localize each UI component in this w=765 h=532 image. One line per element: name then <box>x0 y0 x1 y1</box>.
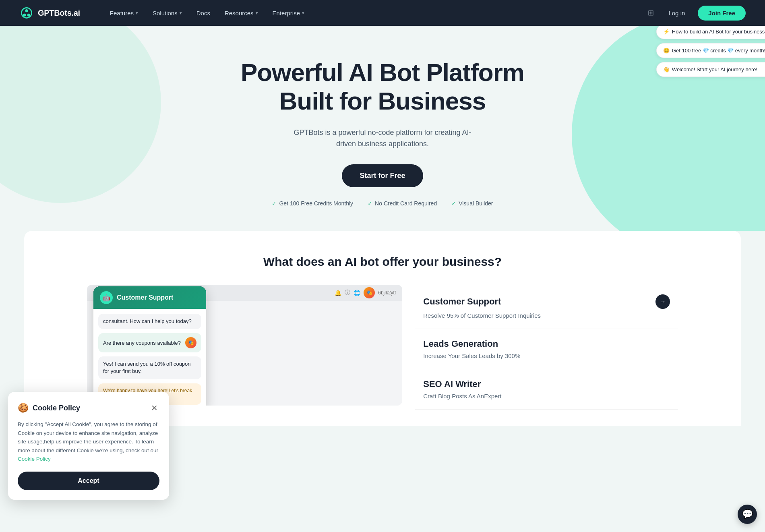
check-icon: ✓ <box>451 200 456 207</box>
cookie-close-button[interactable]: ✕ <box>149 402 159 414</box>
login-button[interactable]: Log in <box>662 6 691 20</box>
globe-icon: 🌐 <box>354 290 360 296</box>
check-icon: ✓ <box>272 200 277 207</box>
feature-card-title: Customer Support <box>423 296 501 307</box>
feature-card-arrow: → <box>655 294 670 309</box>
feature-card-seo[interactable]: SEO AI Writer Craft Blog Posts As AnExpe… <box>415 369 678 410</box>
chat-msg-1: consultant. How can I help you today? <box>98 314 201 329</box>
feature-card-customer-support[interactable]: Customer Support → Resolve 95% of Custom… <box>415 285 678 329</box>
cookie-emoji: 🍪 <box>18 403 29 413</box>
nav-features[interactable]: Features ▾ <box>104 6 144 20</box>
translate-icon[interactable]: ⊞ <box>646 7 655 19</box>
hero-feature-visual-builder: ✓ Visual Builder <box>451 200 493 207</box>
cookie-title-row: 🍪 Cookie Policy <box>18 403 80 413</box>
chat-msg-3: Yes! I can send you a 10% off coupon for… <box>98 356 201 379</box>
chevron-down-icon: ▾ <box>136 10 138 16</box>
feature-card-title: Leads Generation <box>423 339 498 349</box>
chevron-down-icon: ▾ <box>180 10 182 16</box>
chat-window: 🤖 Customer Support consultant. How can I… <box>93 286 206 406</box>
user-label: 6bjlk2ytf <box>378 290 396 296</box>
nav-solutions[interactable]: Solutions ▾ <box>147 6 188 20</box>
hero-feature-no-card: ✓ No Credit Card Required <box>368 200 437 207</box>
chat-body: consultant. How can I help you today? Ar… <box>93 309 206 406</box>
chat-header-icon: 🤖 <box>100 291 113 304</box>
feature-card-desc: Increase Your Sales Leads by 300% <box>423 352 670 359</box>
join-free-button[interactable]: Join Free <box>698 6 746 21</box>
hero-content: Powerful AI Bot Platform Built for Busin… <box>19 58 746 207</box>
svg-point-4 <box>27 14 30 17</box>
chat-mockup-bg: 🔔 ⓘ 🌐 🎭 6bjlk2ytf 🤖 Customer Support con… <box>87 285 402 406</box>
nav-links: Features ▾ Solutions ▾ Docs Resources ▾ … <box>104 6 647 20</box>
cookie-header: 🍪 Cookie Policy ✕ <box>18 402 159 414</box>
cookie-text: By clicking "Accept All Cookie", you agr… <box>18 420 159 426</box>
nav-resources[interactable]: Resources ▾ <box>219 6 264 20</box>
check-icon: ✓ <box>368 200 372 207</box>
navbar: GPTBots.ai Features ▾ Solutions ▾ Docs R… <box>0 0 765 26</box>
user-avatar-chat: 🎭 <box>185 337 196 348</box>
chat-topbar-icons: 🔔 ⓘ 🌐 🎭 6bjlk2ytf <box>335 287 396 298</box>
nav-right: ⊞ Log in Join Free <box>646 6 746 21</box>
cookie-banner: 🍪 Cookie Policy ✕ By clicking "Accept Al… <box>8 392 169 426</box>
start-for-free-button[interactable]: Start for Free <box>342 164 423 187</box>
lightning-icon: ⚡ <box>663 29 670 35</box>
chat-header-title: Customer Support <box>117 294 173 301</box>
nav-enterprise[interactable]: Enterprise ▾ <box>267 6 310 20</box>
suggestion-pill-1: ⚡ How to build an AI Bot for your busine… <box>656 24 765 39</box>
hero-feature-credits: ✓ Get 100 Free Credits Monthly <box>272 200 353 207</box>
logo[interactable]: GPTBots.ai <box>19 6 80 20</box>
hero-title: Powerful AI Bot Platform Built for Busin… <box>232 58 533 116</box>
user-avatar: 🎭 <box>364 287 375 298</box>
svg-point-3 <box>23 14 26 17</box>
feature-card-desc: Resolve 95% of Customer Support Inquirie… <box>423 312 670 319</box>
hero-subtitle: GPTBots is a powerful no-code platform f… <box>290 127 475 150</box>
cookie-title: Cookie Policy <box>33 404 80 412</box>
hero-section: Powerful AI Bot Platform Built for Busin… <box>0 26 765 231</box>
logo-icon <box>19 6 34 20</box>
nav-docs[interactable]: Docs <box>191 6 216 20</box>
svg-point-2 <box>25 9 28 12</box>
feature-card-header: Customer Support → <box>423 294 670 309</box>
chat-msg-2: Are there any coupons available? 🎭 <box>98 333 201 352</box>
chat-header: 🤖 Customer Support <box>93 286 206 309</box>
feature-card-header: SEO AI Writer <box>423 379 670 389</box>
right-cards: Customer Support → Resolve 95% of Custom… <box>415 285 678 410</box>
chevron-down-icon: ▾ <box>302 10 304 16</box>
what-title: What does an AI bot offer your business? <box>43 255 722 269</box>
feature-card-title: SEO AI Writer <box>423 379 481 389</box>
suggestion-pill-2: 😊 Get 100 free 💎 credits 💎 every month! <box>656 43 765 58</box>
chat-mockup-wrapper: 🔔 ⓘ 🌐 🎭 6bjlk2ytf 🤖 Customer Support con… <box>87 285 402 410</box>
hero-features: ✓ Get 100 Free Credits Monthly ✓ No Cred… <box>19 200 746 207</box>
info-icon: ⓘ <box>345 289 350 296</box>
smile-icon: 😊 <box>663 48 670 54</box>
feature-card-desc: Craft Blog Posts As AnExpert <box>423 393 670 400</box>
logo-text: GPTBots.ai <box>38 8 80 18</box>
feature-card-header: Leads Generation <box>423 339 670 349</box>
bell-icon: 🔔 <box>335 290 341 296</box>
chevron-down-icon: ▾ <box>256 10 258 16</box>
feature-card-leads[interactable]: Leads Generation Increase Your Sales Lea… <box>415 329 678 369</box>
